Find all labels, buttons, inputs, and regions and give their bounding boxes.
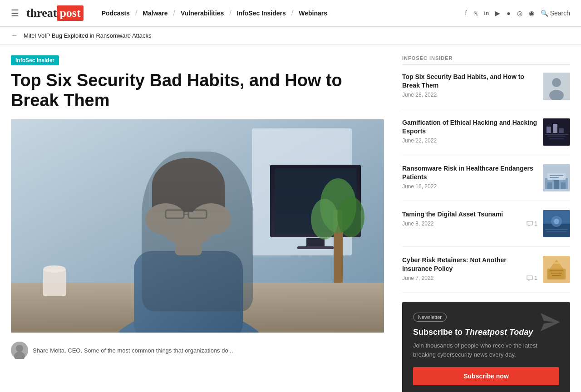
svg-rect-54 — [553, 262, 560, 264]
sidebar-article-1-date: June 28, 2022 — [402, 92, 537, 98]
sidebar-article-1-title: Top Six Security Bad Habits, and How to … — [402, 73, 537, 90]
search-icon: 🔍 — [541, 10, 548, 17]
sidebar-article-4-meta: June 8, 2022 1 — [402, 220, 537, 227]
breaking-news-text[interactable]: Mitel VoIP Bug Exploited in Ransomware A… — [24, 32, 152, 39]
sidebar-article-1-thumb — [543, 73, 570, 100]
nav-sep-4: / — [291, 9, 293, 17]
sidebar-article-3-date: June 16, 2022 — [402, 183, 537, 190]
newsletter-subtitle: Join thousands of people who receive the… — [413, 341, 559, 359]
comment-icon-5: 1 — [527, 275, 537, 281]
sidebar-article-5-meta: June 7, 2022 1 — [402, 275, 537, 281]
sidebar-article-5[interactable]: Cyber Risk Retainers: Not Another Insura… — [402, 256, 570, 293]
svg-point-13 — [152, 158, 225, 212]
svg-rect-18 — [188, 210, 207, 218]
main-nav: Podcasts / Malware / Vulnerabilities / I… — [98, 8, 331, 19]
breaking-news-arrow[interactable]: ← — [11, 31, 18, 39]
logo-threat-text: threat — [26, 6, 57, 20]
svg-rect-40 — [550, 175, 563, 176]
svg-rect-43 — [547, 182, 552, 189]
svg-rect-7 — [43, 269, 66, 296]
blog-icon[interactable]: ● — [507, 10, 510, 17]
sidebar-article-2-title: Gamification of Ethical Hacking and Hack… — [402, 118, 537, 136]
comment-icon-4: 1 — [527, 220, 537, 227]
svg-point-28 — [552, 78, 561, 87]
svg-point-12 — [154, 169, 222, 246]
nav-webinars[interactable]: Webinars — [295, 8, 331, 19]
nav-sep-2: / — [173, 9, 175, 17]
article-area: InfoSec Insider Top Six Security Bad Hab… — [11, 55, 384, 392]
site-header: ☰ threatpost Podcasts / Malware / Vulner… — [0, 0, 581, 27]
logo-post-text: post — [57, 5, 83, 21]
sidebar-article-4-title: Taming the Digital Asset Tsunami — [402, 210, 537, 219]
sidebar-article-2[interactable]: Gamification of Ethical Hacking and Hack… — [402, 118, 570, 155]
article-title: Top Six Security Bad Habits, and How to … — [11, 71, 384, 110]
sidebar-article-2-text: Gamification of Ethical Hacking and Hack… — [402, 118, 537, 144]
author-row: Share Molta, CEO. Some of the most commo… — [11, 342, 384, 359]
site-logo[interactable]: threatpost — [26, 5, 84, 21]
sidebar-article-5-date: June 7, 2022 — [402, 275, 433, 281]
sidebar-article-2-thumb — [543, 118, 570, 146]
instagram-icon[interactable]: ◎ — [517, 10, 522, 17]
sidebar-article-3-text: Ransomware Risk in Healthcare Endangers … — [402, 164, 537, 190]
sidebar-article-1[interactable]: Top Six Security Bad Habits, and How to … — [402, 73, 570, 109]
sidebar-article-2-date: June 22, 2022 — [402, 137, 537, 144]
rss-icon[interactable]: ◉ — [529, 10, 534, 17]
svg-rect-31 — [547, 127, 551, 133]
sidebar-article-3[interactable]: Ransomware Risk in Healthcare Endangers … — [402, 164, 570, 201]
sidebar-article-5-thumb — [543, 256, 570, 283]
svg-point-48 — [554, 219, 559, 224]
svg-rect-36 — [549, 138, 564, 139]
nav-sep-3: / — [229, 9, 231, 17]
linkedin-icon[interactable]: in — [484, 10, 489, 16]
twitter-icon[interactable]: 𝕏 — [473, 10, 478, 17]
svg-point-8 — [43, 265, 66, 273]
hamburger-menu[interactable]: ☰ — [11, 8, 19, 19]
sidebar: INFOSEC INSIDER Top Six Security Bad Hab… — [402, 55, 570, 392]
svg-point-22 — [311, 199, 338, 240]
svg-rect-42 — [554, 180, 559, 189]
newsletter-subscribe-button[interactable]: Subscribe now — [413, 367, 559, 385]
sidebar-section-label: INFOSEC INSIDER — [402, 55, 570, 65]
newsletter-box: Newsletter Subscribe to Threatpost Today… — [402, 302, 570, 392]
svg-rect-56 — [551, 273, 562, 274]
sidebar-article-4[interactable]: Taming the Digital Asset Tsunami June 8,… — [402, 210, 570, 247]
svg-marker-58 — [541, 313, 560, 331]
nav-vulnerabilities[interactable]: Vulnerabilities — [177, 8, 227, 19]
svg-rect-39 — [547, 173, 566, 180]
svg-rect-35 — [547, 136, 566, 137]
sidebar-article-3-title: Ransomware Risk in Healthcare Endangers … — [402, 164, 537, 181]
svg-rect-32 — [553, 124, 557, 133]
nav-infosec-insiders[interactable]: InfoSec Insiders — [233, 8, 290, 19]
author-byline: Share Molta, CEO. Some of the most commo… — [33, 347, 233, 354]
search-button[interactable]: 🔍 Search — [541, 10, 570, 17]
search-label: Search — [550, 10, 570, 17]
svg-point-16 — [191, 203, 231, 235]
sidebar-article-5-text: Cyber Risk Retainers: Not Another Insura… — [402, 256, 537, 281]
sidebar-article-1-text: Top Six Security Bad Habits, and How to … — [402, 73, 537, 98]
svg-point-15 — [145, 203, 186, 235]
comment-count-4: 1 — [534, 220, 537, 227]
svg-rect-55 — [550, 270, 563, 271]
svg-rect-49 — [545, 229, 568, 230]
svg-rect-33 — [559, 128, 564, 133]
article-hero-image — [11, 119, 384, 333]
svg-rect-41 — [550, 177, 559, 178]
main-content: InfoSec Insider Top Six Security Bad Hab… — [0, 44, 581, 392]
sidebar-article-4-date: June 8, 2022 — [402, 220, 433, 227]
nav-podcasts[interactable]: Podcasts — [98, 8, 133, 19]
nav-malware[interactable]: Malware — [139, 8, 171, 19]
svg-rect-52 — [547, 269, 566, 279]
facebook-icon[interactable]: f — [465, 10, 467, 17]
header-right: f 𝕏 in ▶ ● ◎ ◉ 🔍 Search — [465, 10, 570, 17]
author-avatar — [11, 342, 28, 359]
svg-rect-11 — [175, 219, 202, 255]
breaking-news-bar: ← Mitel VoIP Bug Exploited in Ransomware… — [0, 27, 581, 44]
youtube-icon[interactable]: ▶ — [495, 10, 500, 17]
newsletter-title: Subscribe to Threatpost Today — [413, 327, 559, 338]
svg-rect-10 — [134, 251, 243, 333]
category-badge[interactable]: InfoSec Insider — [11, 55, 59, 65]
comment-count-5: 1 — [534, 275, 537, 281]
svg-rect-34 — [545, 134, 568, 135]
svg-rect-50 — [547, 231, 566, 232]
svg-rect-4 — [306, 238, 325, 247]
